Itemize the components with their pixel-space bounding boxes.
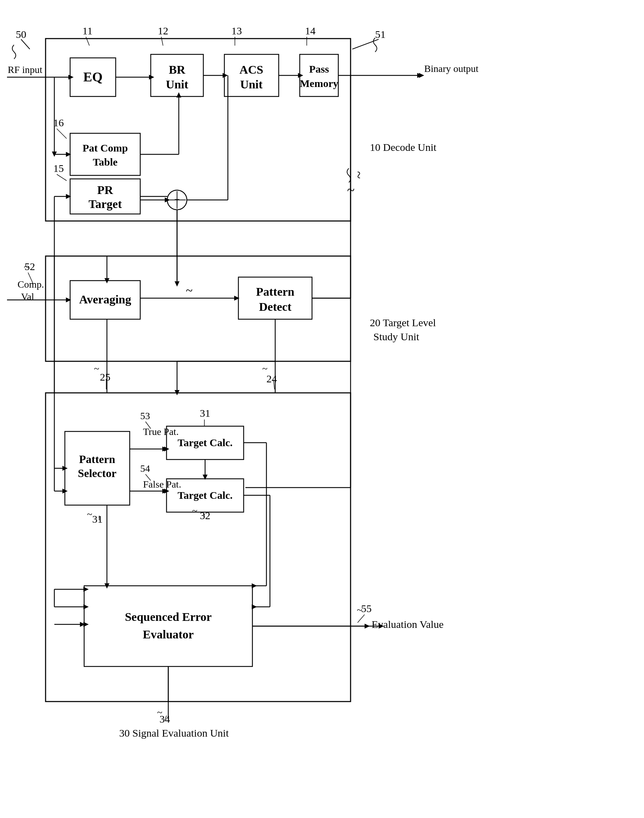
diagram-svg: EQ BR Unit ACS Unit Pass Memory Pat Comp… xyxy=(0,0,644,818)
svg-text:16: 16 xyxy=(53,117,64,128)
svg-line-108 xyxy=(21,39,30,49)
svg-text:31: 31 xyxy=(200,407,210,419)
svg-rect-12 xyxy=(70,133,140,175)
svg-text:10 Decode  Unit: 10 Decode Unit xyxy=(370,141,437,153)
svg-text:~: ~ xyxy=(351,171,367,179)
svg-text:Memory: Memory xyxy=(300,77,338,89)
svg-text:Evaluation Value: Evaluation Value xyxy=(372,618,443,630)
svg-text:~: ~ xyxy=(347,182,355,198)
svg-text:ACS: ACS xyxy=(239,63,263,76)
svg-text:Pattern: Pattern xyxy=(256,285,294,298)
svg-text:32: 32 xyxy=(200,510,210,521)
svg-text:20 Target Level: 20 Target Level xyxy=(370,317,436,328)
svg-text:Averaging: Averaging xyxy=(79,293,132,306)
svg-text:50: 50 xyxy=(16,28,26,40)
svg-text:~: ~ xyxy=(24,261,29,272)
svg-text:~: ~ xyxy=(186,283,192,297)
svg-text:Comp.: Comp. xyxy=(17,279,44,290)
svg-text:Unit: Unit xyxy=(240,78,263,91)
svg-text:~: ~ xyxy=(192,505,197,516)
svg-rect-0 xyxy=(46,38,351,221)
svg-text:Val: Val xyxy=(21,291,34,302)
svg-rect-9 xyxy=(300,54,338,97)
svg-text:Table: Table xyxy=(93,156,118,168)
svg-text:PR: PR xyxy=(97,183,113,197)
svg-text:EQ: EQ xyxy=(83,69,103,84)
svg-text:~: ~ xyxy=(262,363,267,374)
svg-text:31: 31 xyxy=(92,513,103,525)
svg-marker-47 xyxy=(298,73,303,78)
svg-text:30 Signal Evaluation Unit: 30 Signal Evaluation Unit xyxy=(119,727,229,739)
svg-text:51: 51 xyxy=(375,28,386,40)
diagram-container: EQ BR Unit ACS Unit Pass Memory Pat Comp… xyxy=(0,0,644,818)
svg-text:Target Calc.: Target Calc. xyxy=(177,489,232,501)
svg-text:True Pat.: True Pat. xyxy=(143,426,179,437)
svg-text:Pat Comp: Pat Comp xyxy=(82,142,127,154)
svg-text:55: 55 xyxy=(361,603,372,614)
svg-marker-98 xyxy=(252,583,257,588)
svg-text:14: 14 xyxy=(305,25,316,37)
svg-text:Unit: Unit xyxy=(166,78,189,91)
svg-text:Target Calc.: Target Calc. xyxy=(177,437,232,448)
svg-text:25: 25 xyxy=(100,371,110,383)
svg-line-120 xyxy=(57,129,67,138)
svg-marker-45 xyxy=(222,73,228,78)
svg-text:11: 11 xyxy=(82,25,92,37)
svg-text:13: 13 xyxy=(232,25,242,37)
svg-rect-36 xyxy=(84,586,252,666)
svg-text:~: ~ xyxy=(357,604,362,615)
svg-text:Binary output: Binary output xyxy=(424,63,478,74)
svg-marker-172 xyxy=(83,622,89,627)
svg-text:RF input: RF input xyxy=(8,64,43,75)
svg-text:BR: BR xyxy=(169,63,186,76)
svg-marker-99 xyxy=(252,604,257,609)
svg-text:24: 24 xyxy=(267,373,277,384)
svg-text:Sequenced Error: Sequenced Error xyxy=(125,610,212,623)
svg-text:53: 53 xyxy=(140,411,150,421)
svg-marker-171 xyxy=(83,587,89,592)
svg-marker-43 xyxy=(149,75,154,80)
svg-marker-67 xyxy=(175,281,179,287)
svg-line-148 xyxy=(357,615,365,623)
svg-rect-22 xyxy=(46,256,351,361)
svg-text:Evaluator: Evaluator xyxy=(143,628,193,641)
svg-text:~: ~ xyxy=(87,509,92,520)
svg-text:+: + xyxy=(174,194,180,205)
svg-text:~: ~ xyxy=(157,707,162,718)
svg-text:Study  Unit: Study Unit xyxy=(373,331,420,342)
svg-text:Pattern: Pattern xyxy=(79,453,115,466)
svg-marker-54 xyxy=(176,92,181,97)
svg-text:54: 54 xyxy=(140,463,150,474)
svg-text:~: ~ xyxy=(94,363,99,374)
svg-marker-51 xyxy=(419,73,424,78)
svg-text:Selector: Selector xyxy=(78,467,117,480)
svg-text:False Pat.: False Pat. xyxy=(143,479,181,490)
svg-text:Pass: Pass xyxy=(309,63,329,75)
svg-marker-40 xyxy=(68,75,74,80)
svg-text:Target: Target xyxy=(88,197,122,211)
svg-line-122 xyxy=(57,174,67,181)
svg-text:12: 12 xyxy=(158,25,168,37)
svg-text:Detect: Detect xyxy=(259,300,292,313)
svg-text:15: 15 xyxy=(53,162,64,174)
svg-marker-173 xyxy=(83,604,89,609)
